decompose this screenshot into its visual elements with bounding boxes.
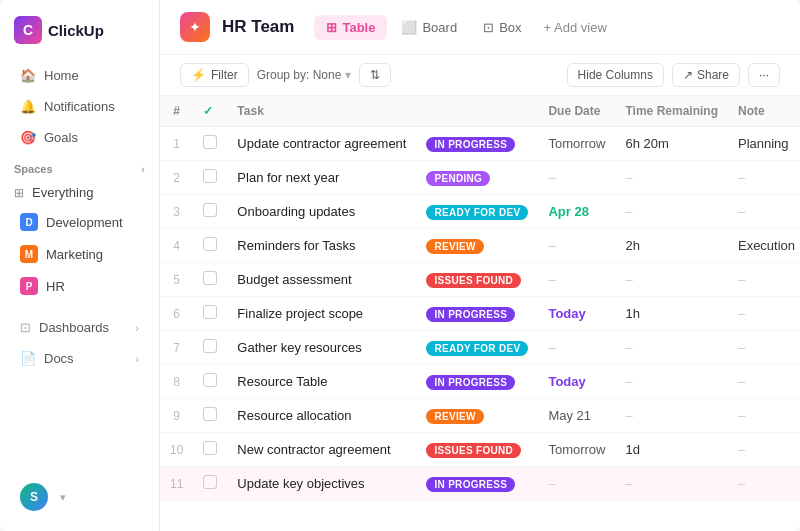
checkbox[interactable] (203, 237, 217, 251)
table-row[interactable]: 9 Resource allocation REVIEW May 21 – – (160, 399, 800, 433)
row-num: 11 (160, 467, 193, 501)
tab-box[interactable]: ⊡ Box (471, 15, 533, 40)
table-row[interactable]: 8 Resource Table IN PROGRESS Today – – (160, 365, 800, 399)
row-check[interactable] (193, 263, 227, 297)
time-remaining-cell: – (616, 331, 728, 365)
due-date-cell: – (538, 263, 615, 297)
share-label: Share (697, 68, 729, 82)
dash: – (738, 340, 745, 355)
col-hash: # (160, 96, 193, 127)
table-row[interactable]: 7 Gather key resources READY FOR DEV – –… (160, 331, 800, 365)
status-cell[interactable]: PENDING (416, 161, 538, 195)
status-badge: IN PROGRESS (426, 375, 515, 390)
checkbox[interactable] (203, 339, 217, 353)
table-row[interactable]: 5 Budget assessment ISSUES FOUND – – – (160, 263, 800, 297)
status-cell[interactable]: REVIEW (416, 399, 538, 433)
table-row[interactable]: 1 Update contractor agreement IN PROGRES… (160, 127, 800, 161)
checkbox[interactable] (203, 305, 217, 319)
logo: C ClickUp (0, 12, 159, 60)
row-check[interactable] (193, 195, 227, 229)
status-cell[interactable]: READY FOR DEV (416, 331, 538, 365)
status-cell[interactable]: IN PROGRESS (416, 467, 538, 501)
hide-columns-button[interactable]: Hide Columns (567, 63, 664, 87)
row-check[interactable] (193, 433, 227, 467)
time-remaining-cell: 6h 20m (616, 127, 728, 161)
checkbox[interactable] (203, 271, 217, 285)
task-name[interactable]: New contractor agreement (227, 433, 416, 467)
task-name[interactable]: Plan for next year (227, 161, 416, 195)
group-by-selector[interactable]: Group by: None ▾ (257, 68, 352, 82)
tab-board[interactable]: ⬜ Board (389, 15, 469, 40)
filter-button[interactable]: ⚡ Filter (180, 63, 249, 87)
sidebar-item-everything[interactable]: ⊞ Everything (0, 179, 159, 206)
checkbox[interactable] (203, 441, 217, 455)
table-row[interactable]: 6 Finalize project scope IN PROGRESS Tod… (160, 297, 800, 331)
table-row[interactable]: 10 New contractor agreement ISSUES FOUND… (160, 433, 800, 467)
sort-button[interactable]: ⇅ (359, 63, 391, 87)
checkbox[interactable] (203, 169, 217, 183)
task-name[interactable]: Reminders for Tasks (227, 229, 416, 263)
sidebar-item-goals[interactable]: 🎯 Goals (6, 123, 153, 152)
dash: – (738, 170, 745, 185)
row-check[interactable] (193, 331, 227, 365)
task-name[interactable]: Update contractor agreement (227, 127, 416, 161)
sidebar-item-notifications[interactable]: 🔔 Notifications (6, 92, 153, 121)
sidebar-item-development[interactable]: D Development (6, 207, 153, 237)
row-check[interactable] (193, 127, 227, 161)
table-row[interactable]: 2 Plan for next year PENDING – – – (160, 161, 800, 195)
tab-label: Box (499, 20, 521, 35)
checkbox[interactable] (203, 373, 217, 387)
dash: – (738, 374, 745, 389)
status-cell[interactable]: IN PROGRESS (416, 127, 538, 161)
dash: – (548, 238, 555, 253)
sidebar-item-docs[interactable]: 📄 Docs › (6, 344, 153, 373)
more-options-button[interactable]: ··· (748, 63, 780, 87)
task-name[interactable]: Budget assessment (227, 263, 416, 297)
docs-icon: 📄 (20, 351, 36, 366)
task-name[interactable]: Onboarding updates (227, 195, 416, 229)
status-cell[interactable]: IN PROGRESS (416, 365, 538, 399)
row-check[interactable] (193, 399, 227, 433)
sidebar-item-marketing[interactable]: M Marketing (6, 239, 153, 269)
task-name[interactable]: Finalize project scope (227, 297, 416, 331)
row-check[interactable] (193, 297, 227, 331)
filter-icon: ⚡ (191, 68, 206, 82)
status-cell[interactable]: REVIEW (416, 229, 538, 263)
dash: – (548, 340, 555, 355)
tab-table[interactable]: ⊞ Table (314, 15, 387, 40)
row-check[interactable] (193, 229, 227, 263)
task-name[interactable]: Resource Table (227, 365, 416, 399)
status-cell[interactable]: ISSUES FOUND (416, 263, 538, 297)
checkbox[interactable] (203, 203, 217, 217)
task-name[interactable]: Resource allocation (227, 399, 416, 433)
share-button[interactable]: ↗ Share (672, 63, 740, 87)
table-row[interactable]: 3 Onboarding updates READY FOR DEV Apr 2… (160, 195, 800, 229)
dashboards-icon: ⊡ (20, 320, 31, 335)
row-check[interactable] (193, 161, 227, 195)
sidebar-item-home[interactable]: 🏠 Home (6, 61, 153, 90)
table-row[interactable]: 4 Reminders for Tasks REVIEW – 2h Execut… (160, 229, 800, 263)
task-name[interactable]: Gather key resources (227, 331, 416, 365)
status-cell[interactable]: READY FOR DEV (416, 195, 538, 229)
checkbox[interactable] (203, 475, 217, 489)
spaces-chevron-icon[interactable]: ‹ (141, 163, 145, 175)
note-cell: Execution (728, 229, 800, 263)
row-check[interactable] (193, 467, 227, 501)
user-section[interactable]: S ▾ (0, 475, 159, 519)
toolbar: ⚡ Filter Group by: None ▾ ⇅ Hide Columns… (160, 55, 800, 96)
add-view-button[interactable]: + Add view (536, 15, 615, 40)
due-date-cell: – (538, 229, 615, 263)
sidebar-item-hr[interactable]: P HR (6, 271, 153, 301)
task-name[interactable]: Update key objectives (227, 467, 416, 501)
status-cell[interactable]: IN PROGRESS (416, 297, 538, 331)
more-icon: ··· (759, 68, 769, 82)
checkbox[interactable] (203, 135, 217, 149)
sidebar-item-dashboards[interactable]: ⊡ Dashboards › (6, 313, 153, 342)
due-date-cell: Tomorrow (538, 433, 615, 467)
checkbox[interactable] (203, 407, 217, 421)
status-cell[interactable]: ISSUES FOUND (416, 433, 538, 467)
row-check[interactable] (193, 365, 227, 399)
sidebar-item-label: Docs (44, 351, 74, 366)
dash: – (626, 272, 633, 287)
table-row[interactable]: 11 Update key objectives IN PROGRESS – –… (160, 467, 800, 501)
